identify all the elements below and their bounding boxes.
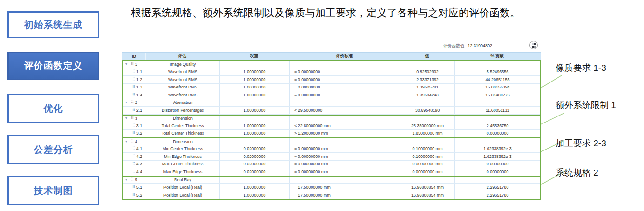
table-row[interactable]: ⠿3.1Total Center Thickness1.00000000< 22… xyxy=(123,122,540,130)
row-id: 1.3 xyxy=(136,85,142,89)
drag-handle-icon[interactable]: ⠿ xyxy=(132,162,135,166)
drag-handle-icon[interactable]: ⠿ xyxy=(132,93,135,97)
drag-handle-icon[interactable]: ⠿ xyxy=(132,170,135,174)
sidebar-item-initial-system-generation[interactable]: 初始系统生成 xyxy=(7,11,99,38)
cell-weight: 1.00000000 xyxy=(220,76,290,83)
table-row[interactable]: ▾⠿4Dimension xyxy=(123,137,540,145)
cell-value: 0.82502902 xyxy=(400,68,455,76)
chevron-down-icon[interactable]: ▾ xyxy=(125,178,129,182)
drag-handle-icon[interactable]: ⠿ xyxy=(132,109,135,112)
cell-weight xyxy=(220,99,290,107)
drag-handle-icon[interactable]: ⠿ xyxy=(132,155,135,158)
sidebar-item-label: 技术制图 xyxy=(34,184,73,197)
cell-criterion: = 0.00000000 mm xyxy=(290,145,400,153)
chevron-down-icon[interactable]: ▾ xyxy=(125,101,129,104)
cell-contribution: 1.62338352e-3 xyxy=(455,145,540,153)
cell-value: 0.00000000 mm xyxy=(400,161,455,168)
chevron-down-icon[interactable]: ▾ xyxy=(125,140,129,143)
cell-evaluation: Position Local (Real) xyxy=(146,184,220,191)
table-row[interactable]: ⠿1.2Wavefront RMS1.00000000= 0.000000002… xyxy=(123,76,540,84)
cell-weight xyxy=(220,116,290,122)
drag-handle-icon[interactable]: ⠿ xyxy=(132,124,135,128)
drag-handle-icon[interactable]: ⠿ xyxy=(131,62,134,66)
table-row[interactable]: ▾⠿3Dimension xyxy=(123,115,540,123)
cell-evaluation: Wavefront RMS xyxy=(146,68,220,76)
cell-criterion: < 22.80000000 mm xyxy=(290,122,400,129)
table-row[interactable]: ⠿4.3Max Center Thickness0.02000000= 0.00… xyxy=(123,161,540,169)
header-cell-contribution[interactable]: % 贡献 xyxy=(454,53,540,60)
chevron-down-icon[interactable]: ▾ xyxy=(125,62,129,66)
cell-value: 16.96808854 mm xyxy=(400,191,455,199)
merit-value-label: 评价函数值: xyxy=(443,43,466,48)
cell-evaluation: Image Quality xyxy=(146,61,220,68)
cell-value xyxy=(400,99,455,107)
drag-handle-icon[interactable]: ⠿ xyxy=(131,178,134,182)
table-row[interactable]: ⠿1.1Wavefront RMS1.00000000= 0.000000000… xyxy=(123,68,540,76)
table-row[interactable]: ⠿3.2Total Center Thickness1.00000000> 1.… xyxy=(123,130,540,138)
table-row[interactable]: ⠿1.4Wavefront RMS1.00000000= 0.000000001… xyxy=(123,91,540,99)
cell-weight xyxy=(220,138,290,145)
table-row[interactable]: ⠿4.1Min Center Thickness0.02000000= 0.00… xyxy=(123,145,540,153)
header-cell-weight[interactable]: 权重 xyxy=(219,53,289,60)
table-row[interactable]: ▾⠿1Image Quality xyxy=(123,61,540,68)
header-cell-criterion[interactable]: 评价标准 xyxy=(289,53,400,60)
table-row[interactable]: ▾⠿5Real Ray xyxy=(123,176,540,184)
merit-table-body: ▾⠿1Image Quality⠿1.1Wavefront RMS1.00000… xyxy=(122,60,541,200)
cell-value: 2.33371362 xyxy=(400,76,455,83)
sidebar-item-label: 公差分析 xyxy=(34,143,73,156)
cell-criterion: < 29.50000000 xyxy=(290,107,400,114)
cell-contribution: 2.45536750 xyxy=(455,122,540,129)
drag-handle-icon[interactable]: ⠿ xyxy=(132,185,135,189)
header-cell-id[interactable]: ID xyxy=(122,53,146,60)
chevron-down-icon[interactable]: ▾ xyxy=(125,116,129,120)
cell-weight: 0.02000000 xyxy=(220,168,290,176)
table-row[interactable]: ⠿4.2Min Edge Thickness0.02000000= 0.0000… xyxy=(123,153,540,161)
sidebar-item-technical-drawing[interactable]: 技术制图 xyxy=(7,176,99,205)
cell-evaluation: Distortion Percentages xyxy=(146,107,220,114)
row-id: 5 xyxy=(135,177,137,182)
sidebar-item-tolerance-analysis[interactable]: 公差分析 xyxy=(7,135,99,164)
table-row[interactable]: ▾⠿2Aberration xyxy=(123,99,540,107)
drag-handle-icon[interactable]: ⠿ xyxy=(131,116,134,120)
cell-id: ⠿1.3 xyxy=(123,84,146,91)
sidebar-item-merit-function-definition[interactable]: 评价函数定义 xyxy=(7,52,99,80)
cell-id: ▾⠿3 xyxy=(123,116,146,122)
sidebar-item-optimization[interactable]: 优化 xyxy=(7,94,99,123)
drag-handle-icon[interactable]: ⠿ xyxy=(132,131,135,135)
annotation-image-quality-requirements: 像质要求 1-3 xyxy=(556,62,606,74)
table-row[interactable]: ⠿5.1Position Local (Real)1.00000000= 17.… xyxy=(123,184,540,191)
cell-id: ▾⠿2 xyxy=(123,99,146,107)
table-row[interactable]: ⠿2.1Distortion Percentages1.00000000< 29… xyxy=(123,107,540,115)
cell-contribution: 2.29651780 xyxy=(455,191,540,199)
header-cell-value[interactable]: 值 xyxy=(400,53,454,60)
cell-evaluation: Total Center Thickness xyxy=(146,130,220,137)
cell-weight: 0.02000000 xyxy=(220,153,290,160)
sidebar-item-label: 优化 xyxy=(44,102,63,115)
cell-evaluation: Max Center Thickness xyxy=(146,161,220,168)
row-id: 5.1 xyxy=(136,185,142,190)
table-row[interactable]: ⠿5.2Position Local (Real)1.00000000= 17.… xyxy=(123,191,540,199)
drag-handle-icon[interactable]: ⠿ xyxy=(132,85,135,89)
grid-view-icon[interactable] xyxy=(529,41,538,49)
cell-criterion xyxy=(290,177,400,184)
drag-handle-icon[interactable]: ⠿ xyxy=(132,147,135,150)
cell-id: ⠿4.4 xyxy=(123,168,146,176)
row-id: 1 xyxy=(135,62,137,67)
cell-contribution: 0.00000000 xyxy=(455,161,540,168)
drag-handle-icon[interactable]: ⠿ xyxy=(132,193,135,197)
header-cell-evaluation[interactable]: 评估 xyxy=(146,53,219,60)
cell-evaluation: Total Center Thickness xyxy=(146,122,220,129)
cell-criterion: = 0.00000000 mm xyxy=(290,153,400,160)
grid-icon-squares xyxy=(532,43,536,48)
merit-function-panel: 评价函数值:12.31994802 ID 评估 权重 评价标准 值 % 贡献 ▾… xyxy=(122,40,542,200)
table-row[interactable]: ⠿1.3Wavefront RMS1.00000000= 0.000000001… xyxy=(123,84,540,92)
cell-value: 1.85000000 mm xyxy=(400,130,455,137)
drag-handle-icon[interactable]: ⠿ xyxy=(132,78,135,82)
cell-id: ⠿3.2 xyxy=(123,130,146,137)
drag-handle-icon[interactable]: ⠿ xyxy=(131,101,134,104)
drag-handle-icon[interactable]: ⠿ xyxy=(132,70,135,74)
table-row[interactable]: ⠿4.4Max Edge Thickness0.02000000= 0.0000… xyxy=(123,168,540,176)
drag-handle-icon[interactable]: ⠿ xyxy=(131,140,134,143)
cell-contribution: 0.00000000 xyxy=(455,168,540,176)
row-id: 1.4 xyxy=(136,93,142,97)
